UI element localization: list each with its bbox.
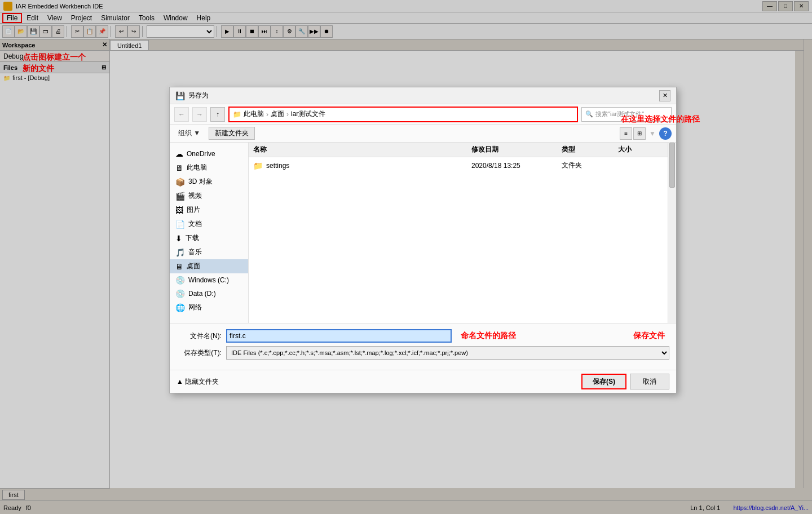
- onedrive-icon: ☁: [175, 149, 183, 158]
- sidebar-network[interactable]: 🌐 网络: [170, 300, 248, 314]
- save-annotation: 保存文件: [633, 331, 665, 341]
- filetype-row: 保存类型(T): IDE Files (*.c;*.cpp;*.cc;*.h;*…: [176, 346, 669, 360]
- help-button[interactable]: ?: [659, 127, 672, 140]
- scrollbar-thumb: [669, 143, 675, 188]
- view-grid-btn[interactable]: ⊞: [633, 127, 646, 140]
- breadcrumb-part1[interactable]: 此电脑: [244, 109, 264, 119]
- breadcrumb-sep1: ›: [266, 110, 268, 118]
- sidebar-3d[interactable]: 📦 3D 对象: [170, 175, 248, 189]
- pictures-icon: 🖼: [175, 206, 183, 215]
- nav-up-button[interactable]: ↑: [210, 107, 225, 122]
- file-item-type: 文件夹: [562, 161, 618, 170]
- settings-folder-icon: 📁: [253, 161, 263, 170]
- dialog-action-bar: ▲ 隐藏文件夹 保存(S) 取消: [170, 370, 676, 393]
- view-sep: ▼: [649, 130, 656, 138]
- sidebar-desktop[interactable]: 🖥 桌面: [170, 259, 248, 273]
- view-list-btn[interactable]: ≡: [620, 127, 632, 140]
- sidebar-data-d-label: Data (D:): [188, 290, 216, 298]
- hidden-folders-toggle[interactable]: ▲ 隐藏文件夹: [176, 377, 219, 387]
- save-as-dialog: 💾 另存为 ✕ ← → ↑ 📁 此电脑 › 桌面 ›: [169, 87, 677, 393]
- sidebar-pictures[interactable]: 🖼 图片: [170, 203, 248, 217]
- dialog-title-bar: 💾 另存为 ✕: [170, 87, 676, 104]
- dialog-sidebar-scrollbar[interactable]: [668, 143, 676, 323]
- file-item-settings[interactable]: 📁 settings 2020/8/18 13:25 文件夹: [249, 157, 668, 174]
- sidebar-downloads-label: 下载: [186, 233, 199, 243]
- action-buttons: 保存(S) 取消: [581, 374, 669, 389]
- dialog-content: ☁ OneDrive 🖥 此电脑 📦 3D 对象 🎬 视频: [170, 143, 676, 323]
- downloads-icon: ⬇: [175, 234, 182, 243]
- filename-input[interactable]: [226, 329, 452, 343]
- sidebar-docs-label: 文档: [188, 219, 202, 229]
- org-button[interactable]: 组织 ▼: [174, 127, 204, 140]
- sidebar-network-label: 网络: [188, 303, 202, 312]
- sidebar-pictures-label: 图片: [187, 205, 200, 215]
- col-date-header[interactable]: 修改日期: [471, 145, 562, 154]
- sidebar-desktop-label: 桌面: [187, 262, 200, 271]
- address-bar[interactable]: 📁 此电脑 › 桌面 › iar测试文件: [228, 107, 578, 122]
- path-annotation: 在这里选择文件的路径: [621, 114, 700, 125]
- breadcrumb: 此电脑 › 桌面 › iar测试文件: [244, 109, 325, 119]
- sidebar-downloads[interactable]: ⬇ 下载: [170, 231, 248, 245]
- dialog-title-icon: 💾: [175, 91, 185, 100]
- file-list: 名称 修改日期 类型 大小 📁 settings 2020/8/18 13:25…: [249, 143, 668, 323]
- dialog-save-button[interactable]: 保存(S): [581, 374, 626, 389]
- save-dialog-overlay: 💾 另存为 ✕ ← → ↑ 📁 此电脑 › 桌面 ›: [0, 0, 812, 514]
- filename-row: 文件名(N): 命名文件的路径 保存文件: [176, 329, 669, 343]
- hidden-folders-label: ▲ 隐藏文件夹: [176, 377, 219, 387]
- name-annotation: 命名文件的路径: [461, 331, 516, 341]
- sidebar-docs[interactable]: 📄 文档: [170, 217, 248, 231]
- video-icon: 🎬: [175, 192, 185, 201]
- breadcrumb-part2[interactable]: 桌面: [271, 109, 284, 119]
- file-item-date: 2020/8/18 13:25: [471, 162, 562, 170]
- desktop-icon: 🖥: [175, 262, 183, 271]
- dialog-nav-toolbar: ← → ↑ 📁 此电脑 › 桌面 › iar测试文件 🔍: [170, 104, 676, 125]
- filetype-label: 保存类型(T):: [176, 348, 222, 358]
- sidebar-onedrive-label: OneDrive: [187, 150, 215, 158]
- breadcrumb-part3[interactable]: iar测试文件: [291, 109, 325, 119]
- dialog-title: 另存为: [188, 91, 209, 100]
- nav-back-button[interactable]: ←: [174, 107, 189, 122]
- sidebar-music[interactable]: 🎵 音乐: [170, 245, 248, 259]
- dialog-sidebar: ☁ OneDrive 🖥 此电脑 📦 3D 对象 🎬 视频: [170, 143, 249, 323]
- col-size-header[interactable]: 大小: [618, 145, 663, 154]
- sidebar-3d-label: 3D 对象: [188, 177, 213, 187]
- sidebar-windows-c-label: Windows (C:): [188, 276, 229, 284]
- dialog-cancel-button[interactable]: 取消: [630, 374, 669, 389]
- dialog-close-button[interactable]: ✕: [659, 90, 670, 101]
- sidebar-thispc[interactable]: 🖥 此电脑: [170, 161, 248, 175]
- dialog-bottom: 文件名(N): 命名文件的路径 保存文件 保存类型(T): IDE Files …: [170, 323, 676, 370]
- sidebar-onedrive[interactable]: ☁ OneDrive: [170, 147, 248, 161]
- data-d-icon: 💿: [175, 289, 185, 298]
- sidebar-video-label: 视频: [188, 191, 202, 201]
- col-type-header[interactable]: 类型: [562, 145, 618, 154]
- folder-icon: 📁: [233, 110, 241, 118]
- file-list-body: 📁 settings 2020/8/18 13:25 文件夹: [249, 157, 668, 323]
- view-toggle: ≡ ⊞ ▼ ?: [620, 127, 672, 140]
- search-icon: 🔍: [585, 110, 593, 118]
- sidebar-video[interactable]: 🎬 视频: [170, 189, 248, 203]
- sidebar-thispc-label: 此电脑: [187, 163, 207, 172]
- network-icon: 🌐: [175, 303, 185, 312]
- sidebar-windows-c[interactable]: 💿 Windows (C:): [170, 273, 248, 287]
- breadcrumb-sep2: ›: [286, 110, 289, 118]
- new-folder-button[interactable]: 新建文件夹: [209, 127, 255, 140]
- sidebar-music-label: 音乐: [188, 247, 202, 257]
- sidebar-data-d[interactable]: 💿 Data (D:): [170, 287, 248, 300]
- dialog-second-toolbar: 组织 ▼ 新建文件夹 ≡ ⊞ ▼ ?: [170, 125, 676, 143]
- col-name-header[interactable]: 名称: [253, 145, 471, 154]
- file-item-name: settings: [266, 162, 471, 170]
- 3d-icon: 📦: [175, 178, 185, 187]
- docs-icon: 📄: [175, 220, 185, 229]
- windows-c-icon: 💿: [175, 276, 185, 285]
- nav-forward-button[interactable]: →: [192, 107, 207, 122]
- filename-label: 文件名(N):: [176, 331, 222, 341]
- file-list-header: 名称 修改日期 类型 大小: [249, 143, 668, 157]
- music-icon: 🎵: [175, 248, 185, 257]
- filetype-select[interactable]: IDE Files (*.c;*.cpp;*.cc;*.h;*.s;*.msa;…: [226, 346, 669, 360]
- thispc-icon: 🖥: [175, 163, 183, 172]
